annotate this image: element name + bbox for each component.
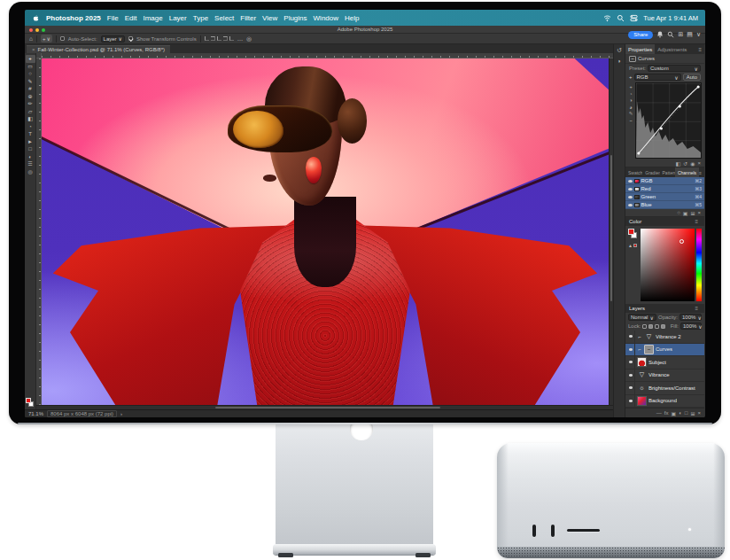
layers-panel-menu-icon[interactable]: ≡ xyxy=(695,306,701,311)
black-point-eyedropper-icon[interactable]: ◔ xyxy=(629,91,632,97)
add-mask-icon[interactable]: ▣ xyxy=(672,410,677,416)
eye-icon[interactable] xyxy=(628,188,633,191)
layer-row-vibrance[interactable]: ▽ Vibrance xyxy=(625,369,704,383)
tab-properties[interactable]: Properties xyxy=(625,44,655,54)
channel-row-red[interactable]: Red ⌘3 xyxy=(625,185,704,193)
lock-all-icon[interactable] xyxy=(661,324,665,329)
auto-select-checkbox[interactable] xyxy=(60,36,65,41)
white-point-eyedropper-icon[interactable]: ◕ xyxy=(629,105,632,110)
dodge-tool[interactable]: ◔ xyxy=(26,123,35,131)
delete-channel-icon[interactable]: × xyxy=(697,210,701,215)
eye-cell[interactable] xyxy=(627,344,635,356)
layer-thumbnail[interactable] xyxy=(637,357,647,367)
zoom-window-button[interactable] xyxy=(42,28,45,32)
reset-adjustment-icon[interactable]: ↺ xyxy=(683,160,687,167)
eye-cell[interactable] xyxy=(627,331,635,343)
move-tool[interactable]: + xyxy=(26,55,35,63)
link-layers-icon[interactable]: — xyxy=(656,410,662,416)
minimize-window-button[interactable] xyxy=(35,28,39,32)
delete-adjustment-icon[interactable]: × xyxy=(697,160,701,166)
comments-panel-icon[interactable]: ◗ xyxy=(617,58,621,64)
draw-curve-pencil-icon[interactable]: ✎ xyxy=(629,111,633,116)
clone-stamp-tool[interactable]: ▱ xyxy=(26,108,35,116)
gradient-tool[interactable]: ◧ xyxy=(26,115,35,123)
menu-item-file[interactable]: File xyxy=(107,14,119,22)
layer-row-vibrance2[interactable]: ⌐ ▽ Vibrance 2 xyxy=(625,331,704,344)
quick-selection-tool[interactable]: ✎ xyxy=(26,78,35,86)
crop-tool[interactable]: # xyxy=(26,85,35,93)
search-icon[interactable] xyxy=(617,14,625,22)
clip-to-layer-icon[interactable]: ◧ xyxy=(676,160,681,167)
vertical-scrollbar-thumb[interactable] xyxy=(610,155,612,300)
brush-tool[interactable]: ✏ xyxy=(26,100,35,108)
apple-logo-icon[interactable] xyxy=(32,14,40,22)
eye-icon[interactable] xyxy=(629,335,633,338)
tab-adjustments[interactable]: Adjustments xyxy=(655,44,689,54)
menu-item-help[interactable]: Help xyxy=(345,14,359,22)
curve-point[interactable] xyxy=(697,85,700,88)
eye-icon[interactable] xyxy=(629,361,633,363)
menu-item-image[interactable]: Image xyxy=(143,14,162,22)
transform-controls-checkbox[interactable] xyxy=(128,36,133,41)
smooth-curve-icon[interactable]: ~ xyxy=(629,118,632,123)
control-center-icon[interactable] xyxy=(630,14,638,22)
layer-row-brightness[interactable]: ☼ Brightness/Contrast xyxy=(625,382,704,395)
new-group-icon[interactable]: □ xyxy=(685,410,688,416)
preset-dropdown[interactable]: Custom ∨ xyxy=(648,65,701,72)
align-top-icon[interactable] xyxy=(223,36,228,41)
path-select-tool[interactable]: ► xyxy=(26,138,35,146)
align-center-icon[interactable] xyxy=(211,36,215,41)
document-tab[interactable]: × Fall-Winter-Collection.psd @ 71.1% (Cu… xyxy=(27,45,170,53)
layer-row-subject[interactable]: Subject xyxy=(625,356,704,369)
new-layer-icon[interactable]: ⊞ xyxy=(690,410,695,416)
hue-slider[interactable] xyxy=(696,229,702,301)
channel-row-blue[interactable]: Blue ⌘5 xyxy=(625,201,704,209)
eye-icon[interactable] xyxy=(629,400,633,402)
properties-panel-menu-icon[interactable]: ≡ xyxy=(698,44,704,54)
move-tool-preset[interactable]: + ∨ xyxy=(41,35,52,43)
horizontal-scrollbar-thumb[interactable] xyxy=(215,407,440,408)
eye-cell[interactable] xyxy=(627,395,635,408)
eye-cell[interactable] xyxy=(627,369,635,382)
channel-row-rgb[interactable]: RGB ⌘2 xyxy=(625,177,704,185)
tab-swatches[interactable]: Swatches xyxy=(625,167,642,177)
layer-effects-icon[interactable]: fx xyxy=(664,410,669,416)
home-icon[interactable]: ⌂ xyxy=(29,35,33,42)
blur-tool[interactable]: ◐ xyxy=(26,153,35,161)
shape-tool[interactable]: □ xyxy=(26,145,35,153)
color-panel-menu-icon[interactable]: ≡ xyxy=(695,219,701,224)
gamut-color-swatch[interactable] xyxy=(633,244,637,247)
blend-mode-dropdown[interactable]: Normal ∨ xyxy=(628,314,656,321)
curve-point[interactable] xyxy=(679,105,681,107)
channels-panel-menu-icon[interactable]: ≡ xyxy=(699,167,704,177)
eye-icon[interactable] xyxy=(628,180,633,183)
wifi-icon[interactable] xyxy=(603,14,611,22)
lock-transparency-icon[interactable] xyxy=(642,324,647,329)
healing-tool[interactable]: ⊕ xyxy=(26,93,35,101)
share-button[interactable]: Share xyxy=(628,31,653,39)
marquee-tool[interactable]: ▭ xyxy=(26,63,35,71)
close-window-button[interactable] xyxy=(29,28,33,32)
lasso-tool[interactable]: ○ xyxy=(26,70,35,78)
channel-dropdown[interactable]: RGB ∨ xyxy=(634,74,681,81)
curves-graph[interactable] xyxy=(635,82,702,159)
layer-row-curves[interactable]: ⌐ ~ Curves xyxy=(625,344,704,357)
foreground-color-swatch[interactable] xyxy=(26,398,31,403)
curve-point[interactable] xyxy=(637,152,640,154)
new-channel-icon[interactable]: ⊞ xyxy=(690,210,695,216)
menu-item-window[interactable]: Window xyxy=(314,14,338,22)
workspace-caret-icon[interactable]: ∨ xyxy=(696,31,701,38)
targeted-adjustment-icon[interactable]: + xyxy=(629,74,633,80)
tab-patterns[interactable]: Patterns xyxy=(660,167,675,177)
eye-icon[interactable] xyxy=(629,386,633,389)
foreground-color-swatch[interactable] xyxy=(628,229,634,235)
layer-row-background[interactable]: Background xyxy=(625,395,704,408)
layer-thumbnail[interactable] xyxy=(637,396,647,406)
toggle-visibility-icon[interactable]: ◉ xyxy=(690,160,695,167)
more-options-icon[interactable]: … xyxy=(237,35,244,42)
align-left-icon[interactable] xyxy=(205,36,209,41)
tab-gradients[interactable]: Gradients xyxy=(642,167,659,177)
history-panel-icon[interactable]: ↺ xyxy=(617,47,622,54)
hand-tool[interactable]: ☰ xyxy=(26,160,35,168)
delete-layer-icon[interactable]: × xyxy=(697,410,701,416)
